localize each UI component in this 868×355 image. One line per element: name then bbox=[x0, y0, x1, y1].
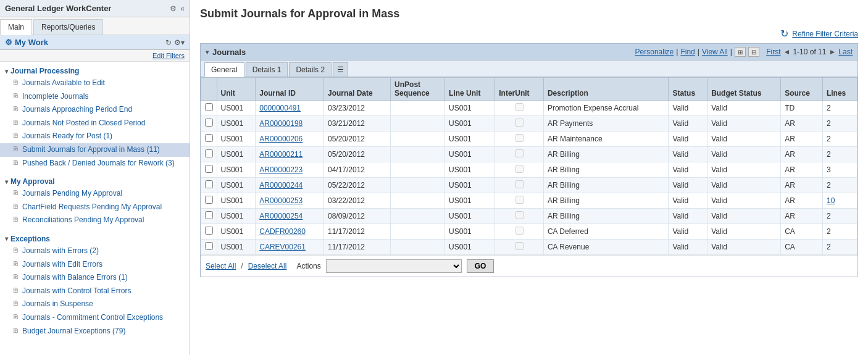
sidebar-item-journals-available[interactable]: 🖹 Journals Available to Edit bbox=[0, 77, 190, 90]
sidebar-item-pushed-back[interactable]: 🖹 Pushed Back / Denied Journals for Rewo… bbox=[0, 157, 190, 170]
refresh-criteria-icon[interactable]: ↻ bbox=[780, 28, 788, 40]
tab-icon[interactable]: ☰ bbox=[333, 62, 348, 77]
tab-general[interactable]: General bbox=[204, 62, 244, 77]
sidebar-item-submit-mass[interactable]: 🖹 Submit Journals for Approval in Mass (… bbox=[0, 143, 190, 157]
row-journal-id[interactable]: AR00000223 bbox=[256, 162, 324, 178]
row-unpost-seq bbox=[391, 101, 445, 116]
grid-header-left: ▾ Journals bbox=[206, 48, 246, 57]
journal-id-link[interactable]: CAREV00261 bbox=[259, 243, 306, 251]
row-journal-id[interactable]: CAREV00261 bbox=[256, 240, 324, 255]
deselect-all-link[interactable]: Deselect All bbox=[248, 262, 287, 270]
settings-icon[interactable]: ⚙▾ bbox=[174, 38, 185, 47]
grid-footer: Select All / Deselect All Actions GO bbox=[201, 255, 858, 277]
journal-id-link[interactable]: 0000000491 bbox=[259, 104, 301, 112]
journals-table: Unit Journal ID Journal Date UnPostSeque… bbox=[201, 77, 858, 255]
row-checkbox[interactable] bbox=[205, 180, 213, 188]
row-checkbox[interactable] bbox=[205, 227, 213, 235]
tab-reports-queries[interactable]: Reports/Queries bbox=[33, 19, 103, 35]
journal-id-link[interactable]: CADFR00260 bbox=[259, 227, 306, 236]
row-checkbox[interactable] bbox=[205, 134, 213, 142]
edit-filters-link[interactable]: Edit Filters bbox=[0, 50, 190, 62]
refresh-icon[interactable]: ↻ bbox=[165, 38, 172, 47]
sidebar-item-pending-approval[interactable]: 🖹 Journals Pending My Approval bbox=[0, 187, 190, 201]
journal-id-link[interactable]: AR00000244 bbox=[259, 181, 303, 190]
row-checkbox[interactable] bbox=[205, 119, 213, 127]
sidebar-item-label: Journals with Control Total Errors bbox=[22, 286, 131, 296]
row-lines: 2 bbox=[822, 240, 857, 255]
row-unit: US001 bbox=[217, 101, 256, 116]
journal-id-link[interactable]: AR00000223 bbox=[259, 165, 303, 174]
row-journal-id[interactable]: AR00000198 bbox=[256, 116, 324, 132]
sidebar-item-incomplete[interactable]: 🖹 Incomplete Journals bbox=[0, 90, 190, 104]
tab-details1[interactable]: Details 1 bbox=[246, 62, 288, 77]
sidebar-item-ready-post[interactable]: 🖹 Journals Ready for Post (1) bbox=[0, 130, 190, 143]
sidebar-item-suspense[interactable]: 🖹 Journals in Suspense bbox=[0, 298, 190, 311]
select-all-link[interactable]: Select All bbox=[206, 262, 236, 270]
row-checkbox[interactable] bbox=[205, 103, 213, 111]
my-work-label: ⚙ My Work bbox=[5, 38, 48, 47]
view-all-link[interactable]: View All bbox=[702, 48, 728, 56]
row-unit: US001 bbox=[217, 116, 256, 132]
journal-id-link[interactable]: AR00000206 bbox=[259, 135, 303, 143]
lines-link[interactable]: 10 bbox=[827, 196, 835, 205]
item-icon: 🖹 bbox=[12, 119, 20, 126]
row-checkbox[interactable] bbox=[205, 149, 213, 157]
sidebar-item-errors[interactable]: 🖹 Journals with Errors (2) bbox=[0, 244, 190, 258]
actions-dropdown[interactable] bbox=[326, 259, 462, 273]
sidebar-item-label: Budget Journal Exceptions (79) bbox=[22, 327, 125, 336]
col-checkbox bbox=[201, 78, 217, 101]
row-journal-id[interactable]: AR00000211 bbox=[256, 147, 324, 162]
grid-icon-table[interactable]: ⊞ bbox=[735, 47, 746, 57]
row-checkbox[interactable] bbox=[205, 196, 213, 204]
my-work-icon: ⚙ bbox=[5, 38, 12, 47]
journal-id-link[interactable]: AR00000211 bbox=[259, 150, 303, 159]
go-button[interactable]: GO bbox=[467, 259, 495, 273]
find-link[interactable]: Find bbox=[680, 48, 695, 56]
row-checkbox[interactable] bbox=[205, 242, 213, 250]
row-journal-id[interactable]: AR00000206 bbox=[256, 132, 324, 147]
refine-bar: ↻ Refine Filter Criteria bbox=[200, 28, 858, 40]
row-line-unit: US001 bbox=[445, 193, 495, 209]
grid-header: ▾ Journals Personalize | Find | View All… bbox=[201, 44, 858, 61]
row-checkbox-cell bbox=[201, 193, 217, 209]
prev-icon[interactable]: ◄ bbox=[783, 48, 790, 56]
journal-id-link[interactable]: AR00000254 bbox=[259, 212, 303, 220]
col-unpost-seq: UnPostSequence bbox=[391, 78, 445, 101]
row-checkbox[interactable] bbox=[205, 165, 213, 173]
sidebar-item-control-total[interactable]: 🖹 Journals with Control Total Errors bbox=[0, 285, 190, 298]
row-journal-id[interactable]: 0000000491 bbox=[256, 101, 324, 116]
row-journal-id[interactable]: AR00000253 bbox=[256, 193, 324, 209]
collapse-icon[interactable]: « bbox=[180, 4, 185, 13]
grid-icon-chart[interactable]: ⊟ bbox=[748, 47, 759, 57]
row-lines[interactable]: 10 bbox=[822, 193, 857, 209]
sidebar-item-balance-errors[interactable]: 🖹 Journals with Balance Errors (1) bbox=[0, 271, 190, 285]
sidebar-item-chartfield-pending[interactable]: 🖹 ChartField Requests Pending My Approva… bbox=[0, 201, 190, 214]
sidebar-item-budget-exceptions[interactable]: 🖹 Budget Journal Exceptions (79) bbox=[0, 325, 190, 338]
sidebar-item-edit-errors[interactable]: 🖹 Journals with Edit Errors bbox=[0, 258, 190, 272]
row-journal-id[interactable]: CADFR00260 bbox=[256, 224, 324, 240]
row-line-unit: US001 bbox=[445, 116, 495, 132]
item-icon: 🖹 bbox=[12, 274, 20, 280]
sidebar-item-reconciliations[interactable]: 🖹 Reconciliations Pending My Approval bbox=[0, 214, 190, 227]
sidebar-item-not-posted[interactable]: 🖹 Journals Not Posted in Closed Period bbox=[0, 117, 190, 130]
tab-details2[interactable]: Details 2 bbox=[289, 62, 332, 77]
tab-main[interactable]: Main bbox=[0, 19, 32, 35]
next-icon[interactable]: ► bbox=[828, 48, 836, 56]
row-journal-date: 03/22/2012 bbox=[323, 193, 390, 209]
row-checkbox[interactable] bbox=[205, 211, 213, 219]
sidebar-item-label: Submit Journals for Approval in Mass (11… bbox=[22, 145, 160, 155]
row-description: CA Deferred bbox=[543, 224, 668, 240]
col-description: Description bbox=[543, 78, 668, 101]
journal-id-link[interactable]: AR00000198 bbox=[259, 119, 303, 128]
journal-id-link[interactable]: AR00000253 bbox=[259, 196, 303, 205]
last-link[interactable]: Last bbox=[838, 48, 853, 56]
row-journal-id[interactable]: AR00000254 bbox=[256, 209, 324, 224]
collapse-icon[interactable]: ▾ bbox=[206, 49, 209, 56]
gear-icon[interactable]: ⚙ bbox=[170, 4, 177, 13]
first-link[interactable]: First bbox=[766, 48, 780, 56]
sidebar-item-commitment[interactable]: 🖹 Journals - Commitment Control Exceptio… bbox=[0, 311, 190, 325]
personalize-link[interactable]: Personalize bbox=[635, 48, 674, 56]
refine-filter-link[interactable]: Refine Filter Criteria bbox=[792, 30, 858, 38]
row-journal-id[interactable]: AR00000244 bbox=[256, 178, 324, 193]
sidebar-item-approaching[interactable]: 🖹 Journals Approaching Period End bbox=[0, 103, 190, 117]
